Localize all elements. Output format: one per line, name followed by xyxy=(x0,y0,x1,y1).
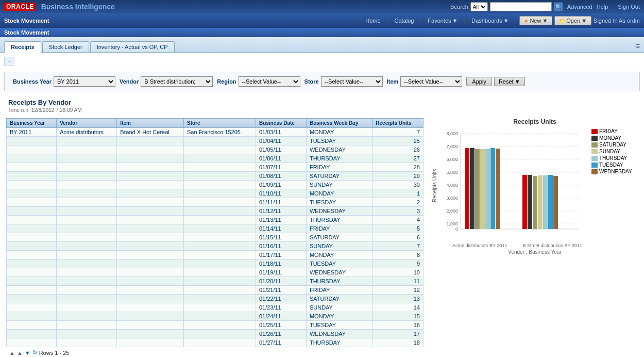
table-cell[interactable]: 01/19/11 xyxy=(256,268,306,277)
tab-inventory[interactable]: Inventory - Actual vs OP, CP xyxy=(90,41,175,52)
table-cell[interactable]: 01/14/11 xyxy=(256,224,306,233)
table-cell[interactable]: 01/04/11 xyxy=(256,137,306,145)
reset-button[interactable]: Reset ▼ xyxy=(494,77,525,86)
minimize-button[interactable]: − xyxy=(4,57,14,66)
table-cell[interactable]: WEDNESDAY xyxy=(306,207,372,216)
business-year-select[interactable]: BY 2011 xyxy=(54,76,115,87)
table-cell xyxy=(184,330,256,338)
table-cell[interactable]: SUNDAY xyxy=(306,303,372,312)
item-select[interactable]: --Select Value-- xyxy=(400,76,462,87)
table-cell[interactable]: 01/17/11 xyxy=(256,251,306,259)
signout-link[interactable]: Sign Out xyxy=(618,4,640,10)
svg-rect-32 xyxy=(553,176,558,229)
table-cell xyxy=(57,259,117,268)
home-nav[interactable]: Home xyxy=(362,17,383,25)
table-cell[interactable]: SATURDAY xyxy=(306,295,372,303)
store-select[interactable]: --Select Value-- xyxy=(321,76,383,87)
table-cell[interactable]: FRIDAY xyxy=(306,224,372,233)
table-row: BY 2011Acme distributorsBrand X Hot Cere… xyxy=(7,128,423,137)
favorites-nav[interactable]: Favorites ▼ xyxy=(425,17,461,25)
table-cell[interactable]: 01/20/11 xyxy=(256,277,306,286)
catalog-nav[interactable]: Catalog xyxy=(392,17,417,25)
table-cell[interactable]: TUESDAY xyxy=(306,137,372,145)
nav-refresh-icon[interactable]: ↻ xyxy=(32,349,37,356)
table-cell[interactable]: MONDAY xyxy=(306,251,372,259)
apply-button[interactable]: Apply xyxy=(466,77,492,86)
table-cell xyxy=(7,338,57,347)
table-row: 01/12/11WEDNESDAY3 xyxy=(7,207,423,216)
search-input[interactable] xyxy=(490,2,552,11)
table-cell[interactable]: 01/25/11 xyxy=(256,321,306,330)
table-cell: 7 xyxy=(372,242,423,251)
search-scope-select[interactable]: All xyxy=(470,2,488,11)
table-cell[interactable]: TUESDAY xyxy=(306,259,372,268)
table-cell[interactable]: 01/26/11 xyxy=(256,330,306,338)
table-cell[interactable]: SATURDAY xyxy=(306,172,372,181)
open-button[interactable]: 📁 Open ▼ xyxy=(554,16,591,25)
tab-stock-ledger[interactable]: Stock Ledger xyxy=(42,41,89,52)
table-cell[interactable]: THURSDAY xyxy=(306,154,372,163)
table-cell[interactable]: 01/10/11 xyxy=(256,189,306,198)
table-cell[interactable]: THURSDAY xyxy=(306,277,372,286)
table-cell[interactable]: 01/21/11 xyxy=(256,286,306,295)
table-cell[interactable]: MONDAY xyxy=(306,312,372,321)
table-cell[interactable]: WEDNESDAY xyxy=(306,268,372,277)
table-cell[interactable]: 01/05/11 xyxy=(256,145,306,154)
table-cell[interactable]: WEDNESDAY xyxy=(306,330,372,338)
table-cell[interactable]: 01/27/11 xyxy=(256,338,306,347)
table-cell: 7 xyxy=(372,128,423,137)
table-row: 01/23/11SUNDAY14 xyxy=(7,303,423,312)
table-row: 01/17/11MONDAY8 xyxy=(7,251,423,259)
table-cell[interactable]: WEDNESDAY xyxy=(306,145,372,154)
help-link[interactable]: Help xyxy=(597,4,608,10)
nav-prev-icon[interactable]: ▲ xyxy=(17,350,23,356)
table-cell[interactable]: 01/12/11 xyxy=(256,207,306,216)
dashboards-chevron-icon: ▼ xyxy=(503,18,509,24)
table-cell[interactable]: 01/08/11 xyxy=(256,172,306,181)
table-cell[interactable]: THURSDAY xyxy=(306,216,372,224)
region-select[interactable]: --Select Value-- xyxy=(239,76,300,87)
table-cell: Acme distributors xyxy=(57,128,117,137)
table-cell[interactable]: 01/09/11 xyxy=(256,181,306,189)
svg-rect-29 xyxy=(538,175,543,229)
table-row: 01/11/11TUESDAY2 xyxy=(7,198,423,207)
table-cell[interactable]: TUESDAY xyxy=(306,321,372,330)
table-cell[interactable]: 01/03/11 xyxy=(256,128,306,137)
vendor-select[interactable]: B Street distribution; xyxy=(141,76,213,87)
table-cell[interactable]: 01/13/11 xyxy=(256,216,306,224)
table-cell[interactable]: 01/15/11 xyxy=(256,233,306,242)
table-cell xyxy=(117,224,184,233)
new-button[interactable]: ★ New ▼ xyxy=(519,16,552,25)
table-cell[interactable]: SUNDAY xyxy=(306,181,372,189)
table-cell[interactable]: TUESDAY xyxy=(306,198,372,207)
table-cell[interactable]: 01/18/11 xyxy=(256,259,306,268)
nav-next-icon[interactable]: ▼ xyxy=(25,350,30,356)
advanced-link[interactable]: Advanced xyxy=(567,4,592,10)
nav-first-icon[interactable]: ▲ xyxy=(9,350,15,356)
table-cell[interactable]: BY 2011 xyxy=(7,128,57,137)
table-cell[interactable]: 01/24/11 xyxy=(256,312,306,321)
table-cell[interactable]: FRIDAY xyxy=(306,163,372,172)
tab-menu-icon[interactable]: ≡ xyxy=(636,42,640,50)
data-table-container: Business Year Vendor Item Store Business… xyxy=(6,118,423,357)
search-button[interactable]: 🔍 xyxy=(554,2,563,11)
table-cell xyxy=(184,277,256,286)
table-cell[interactable]: 01/06/11 xyxy=(256,154,306,163)
table-cell[interactable]: THURSDAY xyxy=(306,338,372,347)
table-cell[interactable]: SUNDAY xyxy=(306,242,372,251)
table-cell xyxy=(117,163,184,172)
stock-movement-bar-label: Stock Movement xyxy=(4,29,49,36)
svg-text:5,000: 5,000 xyxy=(446,170,458,175)
table-cell[interactable]: SATURDAY xyxy=(306,233,372,242)
table-cell[interactable]: MONDAY xyxy=(306,189,372,198)
table-cell xyxy=(184,259,256,268)
table-cell[interactable]: 01/07/11 xyxy=(256,163,306,172)
table-cell[interactable]: 01/16/11 xyxy=(256,242,306,251)
table-cell[interactable]: FRIDAY xyxy=(306,286,372,295)
table-cell[interactable]: MONDAY xyxy=(306,128,372,137)
dashboards-nav[interactable]: Dashboards ▼ xyxy=(468,17,512,25)
table-cell[interactable]: 01/22/11 xyxy=(256,295,306,303)
tab-receipts[interactable]: Receipts xyxy=(4,41,41,53)
table-cell[interactable]: 01/11/11 xyxy=(256,198,306,207)
table-cell[interactable]: 01/23/11 xyxy=(256,303,306,312)
